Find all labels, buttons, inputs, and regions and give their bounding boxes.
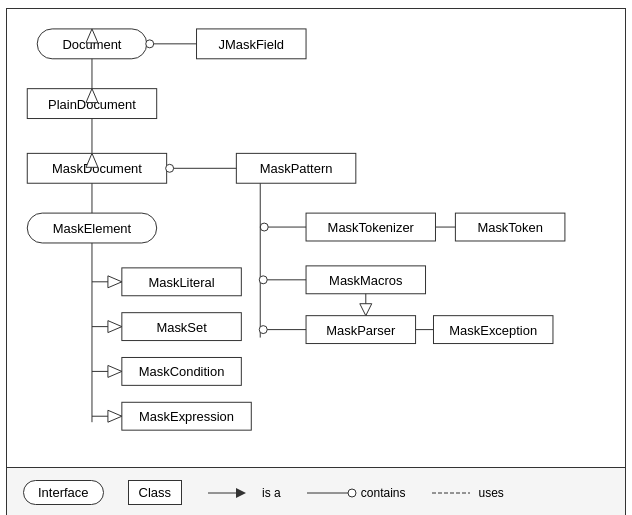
legend-class: Class bbox=[128, 480, 183, 505]
outer-border: Document JMaskField PlainDocument MaskDo… bbox=[6, 8, 626, 468]
diagram-svg: Document JMaskField PlainDocument MaskDo… bbox=[7, 9, 625, 467]
uses-label: uses bbox=[479, 486, 504, 500]
svg-point-50 bbox=[259, 276, 267, 284]
svg-text:MaskTokenizer: MaskTokenizer bbox=[328, 220, 415, 235]
svg-marker-34 bbox=[108, 365, 122, 377]
svg-point-63 bbox=[348, 489, 356, 497]
svg-marker-26 bbox=[108, 276, 122, 288]
svg-text:MaskLiteral: MaskLiteral bbox=[149, 275, 215, 290]
svg-point-54 bbox=[259, 326, 267, 334]
interface-shape: Interface bbox=[23, 480, 104, 505]
class-label: Class bbox=[139, 485, 172, 500]
svg-text:MaskPattern: MaskPattern bbox=[260, 161, 333, 176]
svg-text:MaskException: MaskException bbox=[449, 323, 537, 338]
svg-text:MaskExpression: MaskExpression bbox=[139, 409, 234, 424]
legend-contains: contains bbox=[305, 484, 406, 502]
svg-text:MaskDocument: MaskDocument bbox=[52, 161, 142, 176]
svg-point-42 bbox=[260, 223, 268, 231]
svg-text:MaskElement: MaskElement bbox=[53, 221, 132, 236]
svg-text:MaskMacros: MaskMacros bbox=[329, 273, 402, 288]
svg-marker-61 bbox=[236, 488, 246, 498]
svg-marker-59 bbox=[360, 304, 372, 316]
is-a-label: is a bbox=[262, 486, 281, 500]
legend: Interface Class is a contains uses bbox=[6, 468, 626, 515]
svg-marker-38 bbox=[108, 410, 122, 422]
legend-is-a: is a bbox=[206, 484, 281, 502]
legend-uses: uses bbox=[430, 484, 504, 502]
svg-point-17 bbox=[166, 164, 174, 172]
svg-text:MaskSet: MaskSet bbox=[156, 320, 207, 335]
class-shape: Class bbox=[128, 480, 183, 505]
svg-text:MaskCondition: MaskCondition bbox=[139, 364, 225, 379]
svg-point-5 bbox=[146, 40, 154, 48]
svg-text:JMaskField: JMaskField bbox=[219, 37, 284, 52]
contains-label: contains bbox=[361, 486, 406, 500]
interface-label: Interface bbox=[38, 485, 89, 500]
svg-marker-30 bbox=[108, 321, 122, 333]
legend-interface: Interface bbox=[23, 480, 104, 505]
svg-text:MaskParser: MaskParser bbox=[326, 323, 396, 338]
svg-text:MaskToken: MaskToken bbox=[477, 220, 542, 235]
